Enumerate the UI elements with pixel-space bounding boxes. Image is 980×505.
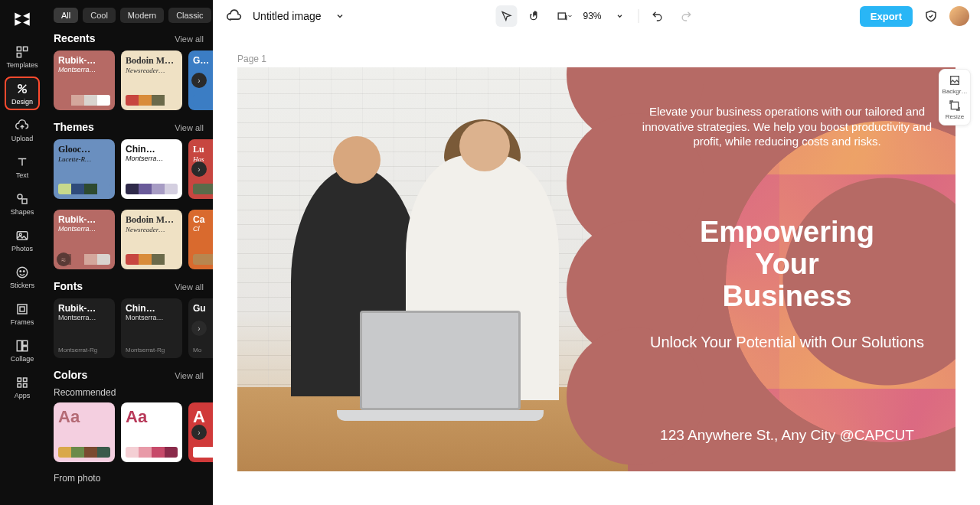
subhead-text[interactable]: Unlock Your Potential with Our Solutions bbox=[634, 334, 940, 351]
fonts-title: Fonts bbox=[54, 280, 83, 292]
colors-title: Colors bbox=[54, 369, 87, 381]
wave-icon: ≈ bbox=[57, 252, 70, 266]
theme-card[interactable]: Glooc…Lucette-R… bbox=[54, 139, 115, 199]
svg-point-9 bbox=[17, 267, 28, 278]
svg-rect-13 bbox=[20, 307, 24, 311]
background-tool[interactable]: Backgr… bbox=[940, 74, 969, 95]
user-avatar[interactable] bbox=[949, 6, 969, 26]
themes-title: Themes bbox=[54, 121, 94, 133]
svg-rect-14 bbox=[17, 340, 21, 351]
svg-rect-17 bbox=[18, 378, 21, 382]
undo-button[interactable] bbox=[647, 5, 668, 27]
page-label: Page 1 bbox=[237, 54, 266, 64]
upload-icon bbox=[15, 118, 30, 133]
svg-rect-21 bbox=[558, 13, 565, 19]
zoom-level[interactable]: 93% bbox=[583, 11, 601, 21]
colors-viewall[interactable]: View all bbox=[175, 371, 204, 380]
svg-rect-12 bbox=[18, 305, 27, 314]
from-photo-label: From photo bbox=[54, 473, 204, 484]
canvas-side-tools: Backgr… Resize bbox=[939, 69, 971, 125]
colors-cards: AaAaA› bbox=[54, 402, 204, 462]
svg-rect-2 bbox=[17, 54, 21, 57]
resize-tool[interactable]: Resize bbox=[940, 99, 969, 120]
cloud-icon[interactable] bbox=[224, 5, 245, 27]
chip-modern[interactable]: Modern bbox=[120, 8, 164, 23]
select-tool[interactable] bbox=[495, 5, 517, 27]
address-text[interactable]: 123 Anywhere St., Any City @CAPCUT bbox=[634, 427, 940, 444]
canvas-area: Page 1 Elevate your business operations … bbox=[213, 32, 980, 505]
theme-card[interactable]: Rubik-…Montserra…≈ bbox=[54, 210, 115, 269]
svg-rect-19 bbox=[18, 384, 21, 388]
svg-rect-16 bbox=[23, 347, 28, 351]
artboard[interactable]: Elevate your business operations with ou… bbox=[237, 67, 956, 471]
rail-templates[interactable]: Templates bbox=[5, 40, 40, 73]
theme-card[interactable]: Bodoin Mo…Newsreader… bbox=[121, 210, 182, 269]
svg-rect-0 bbox=[17, 47, 21, 50]
svg-rect-6 bbox=[22, 199, 27, 204]
photos-icon bbox=[15, 228, 30, 243]
color-card[interactable]: Aa bbox=[54, 402, 115, 462]
scroll-right-icon[interactable]: › bbox=[191, 161, 207, 177]
stickers-icon bbox=[15, 265, 30, 280]
rail-stickers[interactable]: Stickers bbox=[5, 260, 40, 294]
themes-cards-1: Glooc…Lucette-R…Chin…Montserra…LuHas› bbox=[54, 139, 204, 199]
chip-all[interactable]: All bbox=[54, 8, 78, 23]
apps-icon bbox=[15, 375, 30, 390]
tool-rail: Templates Design Upload Text Shapes Phot… bbox=[0, 0, 44, 505]
redo-button[interactable] bbox=[676, 5, 697, 27]
text-icon bbox=[15, 155, 30, 170]
shapes-icon bbox=[15, 191, 30, 207]
rail-photos[interactable]: Photos bbox=[5, 223, 40, 257]
divider bbox=[639, 9, 639, 23]
headline-text[interactable]: EmpoweringYourBusiness bbox=[634, 217, 940, 312]
app-logo[interactable] bbox=[10, 6, 34, 31]
rail-design[interactable]: Design bbox=[5, 77, 40, 110]
recents-title: Recents bbox=[54, 32, 95, 44]
svg-rect-1 bbox=[24, 47, 28, 50]
frames-icon bbox=[15, 301, 30, 317]
svg-rect-15 bbox=[23, 340, 28, 345]
font-card[interactable]: Rubik-…Montserra…Montserrat-Rg bbox=[54, 298, 115, 358]
svg-point-10 bbox=[20, 271, 21, 272]
rail-apps[interactable]: Apps bbox=[5, 370, 40, 404]
svg-point-3 bbox=[18, 85, 22, 89]
svg-rect-23 bbox=[951, 102, 958, 109]
svg-point-11 bbox=[24, 271, 25, 272]
fonts-viewall[interactable]: View all bbox=[175, 282, 204, 292]
scroll-right-icon[interactable]: › bbox=[191, 321, 207, 336]
svg-point-5 bbox=[18, 194, 22, 199]
theme-card[interactable]: Bodoin Mo…Newsreader… bbox=[121, 50, 182, 110]
title-dropdown[interactable] bbox=[329, 5, 351, 27]
document-title[interactable]: Untitled image bbox=[253, 10, 322, 22]
font-card[interactable]: Chin…Montserra…Montserrat-Rg bbox=[121, 298, 182, 358]
fonts-cards: Rubik-…Montserra…Montserrat-RgChin…Monts… bbox=[54, 298, 204, 358]
shield-icon[interactable] bbox=[920, 5, 942, 27]
chip-classic[interactable]: Classic bbox=[168, 8, 211, 23]
recents-viewall[interactable]: View all bbox=[175, 34, 204, 44]
zoom-dropdown[interactable] bbox=[609, 5, 631, 27]
rail-upload[interactable]: Upload bbox=[5, 113, 40, 147]
body-text[interactable]: Elevate your business operations with ou… bbox=[634, 104, 940, 149]
rail-text[interactable]: Text bbox=[5, 150, 40, 184]
rail-collage[interactable]: Collage bbox=[5, 334, 40, 367]
svg-rect-20 bbox=[24, 384, 28, 388]
color-card[interactable]: Aa bbox=[121, 402, 182, 462]
svg-rect-22 bbox=[951, 77, 959, 85]
hand-tool[interactable] bbox=[524, 5, 546, 27]
export-button[interactable]: Export bbox=[860, 6, 913, 27]
chip-cool[interactable]: Cool bbox=[83, 8, 116, 23]
crop-tool[interactable] bbox=[554, 5, 575, 27]
rail-frames[interactable]: Frames bbox=[5, 297, 40, 331]
rail-shapes[interactable]: Shapes bbox=[5, 187, 40, 220]
theme-card[interactable]: CaCl bbox=[188, 210, 213, 269]
themes-viewall[interactable]: View all bbox=[175, 123, 204, 132]
theme-card[interactable]: Chin…Montserra… bbox=[121, 139, 182, 199]
design-icon bbox=[15, 81, 30, 96]
filter-chips: All Cool Modern Classic bbox=[54, 8, 204, 23]
topbar: Untitled image 93% Export bbox=[213, 0, 980, 32]
theme-card[interactable]: Rubik-…Montserra… bbox=[54, 50, 115, 110]
collage-icon bbox=[15, 338, 30, 354]
scroll-right-icon[interactable]: › bbox=[191, 73, 207, 88]
svg-point-4 bbox=[23, 90, 27, 93]
scroll-right-icon[interactable]: › bbox=[191, 425, 207, 440]
